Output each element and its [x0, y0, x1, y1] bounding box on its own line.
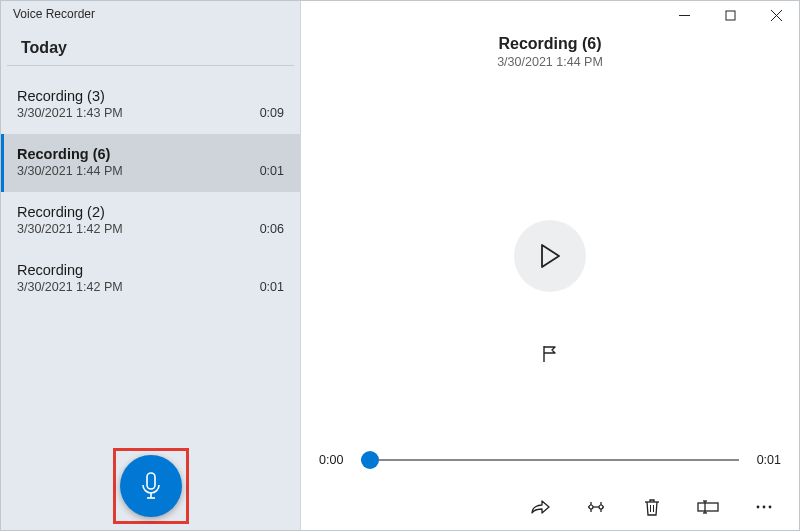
recording-date: 3/30/2021 1:43 PM: [17, 106, 123, 120]
svg-point-22: [763, 506, 766, 509]
trim-icon: [586, 499, 606, 515]
recording-name: Recording: [17, 262, 83, 278]
detail-panel: Recording (6) 3/30/2021 1:44 PM 0:00: [301, 1, 799, 530]
close-button[interactable]: [753, 1, 799, 29]
svg-marker-7: [542, 245, 559, 267]
rename-button[interactable]: [695, 496, 721, 518]
recording-duration: 0:06: [260, 222, 284, 236]
recording-name: Recording (2): [17, 204, 105, 220]
share-icon: [530, 499, 550, 515]
detail-date: 3/30/2021 1:44 PM: [301, 55, 799, 69]
recording-name: Recording (3): [17, 88, 105, 104]
minimize-icon: [679, 10, 690, 21]
recording-item[interactable]: Recording (2) 3/30/2021 1:42 PM 0:06: [1, 192, 300, 250]
recording-item[interactable]: Recording (6) 3/30/2021 1:44 PM 0:01: [1, 134, 300, 192]
svg-point-13: [599, 505, 603, 509]
more-icon: [755, 504, 773, 510]
recording-date: 3/30/2021 1:44 PM: [17, 164, 123, 178]
svg-rect-0: [147, 473, 155, 489]
flag-icon: [540, 344, 560, 364]
maximize-button[interactable]: [707, 1, 753, 29]
svg-point-21: [757, 506, 760, 509]
detail-title: Recording (6): [301, 35, 799, 53]
recording-item[interactable]: Recording (3) 3/30/2021 1:43 PM 0:09: [1, 76, 300, 134]
close-icon: [771, 10, 782, 21]
window-controls: [661, 1, 799, 29]
trim-button[interactable]: [583, 496, 609, 518]
record-button[interactable]: [120, 455, 182, 517]
detail-header: Recording (6) 3/30/2021 1:44 PM: [301, 35, 799, 69]
timeline-track[interactable]: [361, 450, 739, 470]
svg-point-23: [769, 506, 772, 509]
delete-button[interactable]: [639, 496, 665, 518]
recording-duration: 0:01: [260, 164, 284, 178]
timeline-thumb[interactable]: [361, 451, 379, 469]
play-area: [301, 69, 799, 444]
sidebar: Voice Recorder Today Recording (3) 3/30/…: [1, 1, 301, 530]
record-button-highlight: [113, 448, 189, 524]
bottom-toolbar: [301, 486, 799, 530]
svg-point-12: [589, 505, 593, 509]
recording-duration: 0:01: [260, 280, 284, 294]
recording-duration: 0:09: [260, 106, 284, 120]
maximize-icon: [725, 10, 736, 21]
minimize-button[interactable]: [661, 1, 707, 29]
rename-icon: [697, 500, 719, 514]
time-duration: 0:01: [749, 453, 781, 467]
svg-rect-4: [726, 11, 735, 20]
time-position: 0:00: [319, 453, 351, 467]
recording-item[interactable]: Recording 3/30/2021 1:42 PM 0:01: [1, 250, 300, 308]
trash-icon: [644, 498, 660, 516]
timeline-line: [361, 459, 739, 461]
recording-date: 3/30/2021 1:42 PM: [17, 222, 123, 236]
timeline: 0:00 0:01: [301, 450, 799, 470]
play-icon: [539, 243, 561, 269]
section-header-today: Today: [7, 35, 294, 66]
share-button[interactable]: [527, 496, 553, 518]
play-button[interactable]: [514, 220, 586, 292]
add-marker-button[interactable]: [540, 344, 560, 364]
microphone-icon: [139, 471, 163, 501]
app-title: Voice Recorder: [1, 1, 300, 35]
recording-date: 3/30/2021 1:42 PM: [17, 280, 123, 294]
more-button[interactable]: [751, 496, 777, 518]
recording-name: Recording (6): [17, 146, 110, 162]
svg-rect-17: [698, 503, 718, 511]
